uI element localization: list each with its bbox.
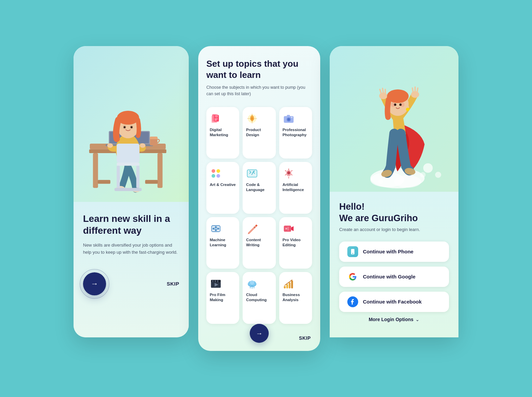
google-icon: [347, 271, 358, 282]
hero-image-area: [74, 46, 189, 202]
screen1-content: Learn new skill in a different way New s…: [74, 202, 189, 337]
svg-rect-27: [117, 144, 139, 163]
machine-learning-icon: [210, 223, 222, 235]
svg-rect-23: [117, 163, 139, 166]
film-making-icon: [210, 277, 222, 290]
facebook-button-label: Continue with Facebook: [363, 299, 422, 305]
svg-point-98: [420, 172, 426, 177]
svg-point-97: [435, 172, 441, 178]
topic-card-machine-learning[interactable]: Machine Learning: [206, 217, 239, 269]
svg-point-118: [406, 108, 409, 111]
topic-name-machine-learning: Machine Learning: [210, 237, 236, 248]
topic-card-cloud-computing[interactable]: Cloud Computing: [243, 272, 275, 324]
svg-rect-26: [115, 188, 142, 191]
facebook-svg: [348, 297, 357, 307]
svg-point-52: [287, 171, 290, 174]
facebook-icon: [347, 296, 358, 307]
arrow-right-icon: →: [256, 330, 263, 337]
business-analysis-icon: [283, 277, 295, 290]
topic-card-digital-marketing[interactable]: Digital Marketing: [206, 107, 239, 159]
screen2-skip-button[interactable]: SKIP: [299, 335, 311, 341]
screen-onboarding: Learn new skill in a different way New s…: [74, 46, 189, 337]
ai-icon: [283, 167, 295, 180]
svg-point-14: [107, 143, 113, 148]
screen1-subtitle: New skills are diversified your job opti…: [83, 242, 179, 256]
svg-point-22: [130, 126, 132, 128]
topic-name-product-design: Product Design: [246, 127, 272, 138]
product-design-icon: [246, 112, 258, 125]
svg-point-45: [211, 174, 215, 178]
topic-card-product-design[interactable]: Product Design: [243, 107, 275, 159]
screen-login: Hello!We are GuruGriho Create an account…: [330, 46, 458, 337]
svg-point-96: [423, 163, 433, 173]
svg-point-31: [215, 114, 218, 118]
screen3-content: Hello!We are GuruGriho Create an account…: [330, 192, 458, 337]
topic-name-digital-marketing: Digital Marketing: [210, 127, 236, 138]
content-writing-icon: [246, 223, 258, 235]
svg-line-54: [291, 170, 292, 171]
topic-card-professional-photography[interactable]: Professional Photography: [279, 107, 312, 159]
svg-rect-72: [284, 226, 291, 232]
google-button-label: Continue with Google: [363, 274, 415, 279]
svg-point-103: [411, 91, 419, 98]
continue-phone-button[interactable]: Continue with Phone: [339, 242, 449, 262]
svg-rect-80: [217, 280, 219, 283]
svg-point-46: [217, 174, 220, 178]
video-editing-icon: [283, 223, 295, 235]
topic-name-art-creative: Art & Creative: [210, 182, 236, 187]
topic-card-code-language[interactable]: Code & Language: [243, 162, 275, 214]
phone-svg: [349, 248, 356, 255]
topic-name-pro-film-making: Pro Film Making: [210, 292, 236, 302]
topic-card-pro-film-making[interactable]: Pro Film Making: [206, 272, 239, 324]
svg-point-44: [217, 169, 220, 173]
phone-icon: [347, 246, 358, 257]
svg-rect-25: [136, 166, 139, 188]
svg-rect-4: [98, 180, 110, 184]
screen1-title: Learn new skill in a different way: [83, 213, 179, 236]
svg-line-107: [412, 88, 413, 92]
screen-topics: Set up topics that you want to learn Cho…: [198, 46, 320, 351]
phone-button-label: Continue with Phone: [363, 249, 413, 254]
svg-point-21: [124, 126, 126, 128]
topic-card-artificial-intelligence[interactable]: Artificial Intelligence: [279, 162, 312, 214]
svg-point-116: [401, 102, 405, 107]
cloud-computing-icon: [246, 277, 258, 290]
topic-name-business-analysis: Business Analysis: [283, 292, 309, 302]
topic-name-code-language: Code & Language: [246, 182, 272, 192]
google-svg: [349, 273, 357, 281]
photography-icon: [283, 112, 295, 125]
svg-point-102: [379, 92, 387, 99]
topic-card-pro-video-editing[interactable]: Pro Video Editing: [279, 217, 312, 269]
topic-card-content-writing[interactable]: Content Writing: [243, 217, 275, 269]
svg-rect-41: [287, 115, 290, 117]
screen2-next-button[interactable]: →: [250, 324, 269, 343]
more-login-options-button[interactable]: More Login Options ⌄: [339, 317, 449, 322]
svg-point-85: [250, 280, 254, 285]
svg-point-43: [211, 169, 215, 173]
topic-card-business-analysis[interactable]: Business Analysis: [279, 272, 312, 324]
screens-container: Learn new skill in a different way New s…: [29, 46, 503, 351]
screen2-title: Set up topics that you want to learn: [206, 58, 312, 80]
girl-desk-illustration: [80, 66, 175, 202]
skip-button[interactable]: SKIP: [167, 281, 179, 287]
topic-name-pro-video-editing: Pro Video Editing: [283, 237, 309, 248]
topic-name-cloud-computing: Cloud Computing: [246, 292, 272, 302]
svg-point-95: [394, 175, 421, 188]
svg-rect-92: [291, 280, 293, 288]
continue-facebook-button[interactable]: Continue with Facebook: [339, 292, 449, 312]
svg-rect-78: [212, 280, 213, 283]
svg-rect-32: [214, 119, 218, 119]
svg-rect-121: [352, 253, 353, 254]
screen3-subtitle: Create an account or login to begin lear…: [339, 227, 449, 232]
topic-card-art-creative[interactable]: Art & Creative: [206, 162, 239, 214]
more-options-label: More Login Options: [369, 317, 413, 322]
svg-rect-89: [284, 286, 285, 289]
svg-marker-73: [291, 226, 293, 231]
svg-point-99: [378, 179, 383, 184]
next-button[interactable]: →: [83, 272, 106, 295]
continue-google-button[interactable]: Continue with Google: [339, 267, 449, 287]
code-language-icon: [246, 167, 258, 180]
svg-point-115: [391, 102, 395, 107]
svg-line-55: [291, 174, 292, 175]
svg-point-42: [291, 117, 292, 118]
